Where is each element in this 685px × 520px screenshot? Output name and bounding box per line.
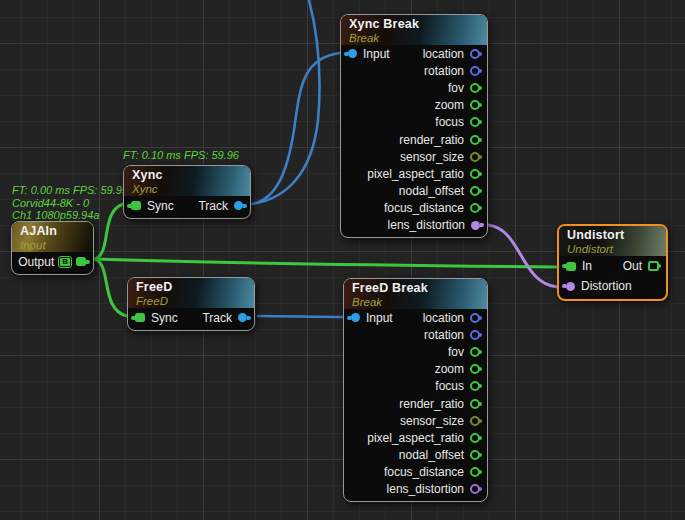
wire-freed-track-to-freedbreak-input[interactable] [258,316,343,317]
out-port-label: Out [623,260,642,272]
port-row: rotation [344,326,487,343]
distortion-port-label: Distortion [581,280,632,292]
output-port-label: zoom [435,363,464,375]
input-port[interactable] [348,49,357,58]
node-title: Xync Break [349,17,479,32]
input-port-label: Input [366,312,393,324]
fov-port[interactable] [470,347,480,357]
output-port-label: pixel_aspect_ratio [367,432,464,444]
sensor_size-port[interactable] [470,416,480,426]
location-port[interactable] [470,49,480,59]
port-row: zoom [344,361,487,378]
port-row: sensor_size [341,148,487,165]
node-subtitle: Undistort [567,243,658,255]
xync-stat-line: FT: 0.10 ms FPS: 59.96 [123,149,239,162]
node-xync[interactable]: Xync Xync Sync Track [123,165,251,219]
node-subtitle: FreeD [136,295,246,307]
port-row: Inputlocation [344,309,487,326]
undistort-distortion-port[interactable] [566,282,575,291]
node-title: Undistort [567,228,658,243]
node-freed[interactable]: FreeD FreeD Sync Track [127,277,255,331]
output-port-label: fov [448,82,464,94]
wire-ajain-output-to-undistort-in[interactable] [95,259,557,267]
node-subtitle: Break [352,296,479,308]
sensor_size-port[interactable] [470,152,480,162]
zoom-port[interactable] [470,100,480,110]
render_ratio-port[interactable] [470,399,480,409]
focus-port[interactable] [470,381,480,391]
focus_distance-port[interactable] [470,203,480,213]
input-port[interactable] [351,313,360,322]
port-row: Inputlocation [341,45,487,62]
wire-xync-track-to-offscreen-top[interactable] [252,0,320,204]
node-subtitle: Xync [132,183,242,195]
output-port-label: zoom [435,99,464,111]
wire-ajain-output-to-freed-sync[interactable] [95,259,127,316]
node-title: Xync [132,168,242,183]
input-port-label: Input [363,48,390,60]
output-port-label: fov [448,346,464,358]
node-freed-header[interactable]: FreeD FreeD [128,278,254,308]
output-port-label: location [423,48,464,60]
output-port-label: render_ratio [399,134,464,146]
output-port-label: lens_distortion [387,483,464,495]
ajain-stat-line: Corvid44-8K - 0 [12,197,128,210]
port-row: pixel_aspect_ratio [344,429,487,446]
output-port-label: focus [435,116,464,128]
port-row: zoom [341,97,487,114]
port-row: focus [341,114,487,131]
wire-xyncbreak-lensdistortion-to-undistort-distortion[interactable] [488,225,557,287]
freed-break-port-rows: Inputlocationrotationfovzoomfocusrender_… [344,309,487,498]
focus_distance-port[interactable] [470,467,480,477]
rotation-port[interactable] [470,66,480,76]
render_ratio-port[interactable] [470,135,480,145]
pixel_aspect_ratio-port[interactable] [470,169,480,179]
node-graph-canvas[interactable]: FT: 0.00 ms FPS: 59.95 Corvid44-8K - 0 C… [0,0,685,520]
ajain-output-port[interactable] [76,257,86,266]
port-row: fov [341,79,487,96]
output-port-label: nodal_offset [399,185,464,197]
lens_distortion-port[interactable] [470,484,480,494]
port-row: rotation [341,62,487,79]
output-port-label: nodal_offset [399,449,464,461]
node-xync-break[interactable]: Xync Break Break Inputlocationrotationfo… [340,14,488,238]
freed-track-port[interactable] [238,313,247,322]
output-port-label: lens_distortion [388,219,465,231]
node-undistort[interactable]: Undistort Undistort In Out Distortion [557,224,668,301]
xync-stats: FT: 0.10 ms FPS: 59.96 [123,149,239,162]
fov-port[interactable] [470,83,480,93]
node-title: AJAIn [20,224,85,239]
undistort-in-port[interactable] [566,262,576,271]
output-port-label: sensor_size [400,151,464,163]
output-port-label: Output [18,256,54,268]
rotation-port[interactable] [470,330,480,340]
output-port-label: focus_distance [384,466,464,478]
port-row: render_ratio [344,395,487,412]
output-port-label: sensor_size [400,415,464,427]
xync-break-port-rows: Inputlocationrotationfovzoomfocusrender_… [341,45,487,234]
port-row: pixel_aspect_ratio [341,165,487,182]
ajain-stat-line: FT: 0.00 ms FPS: 59.95 [12,184,128,197]
output-port-label: focus [435,380,464,392]
node-xync-header[interactable]: Xync Xync [124,166,250,196]
undistort-out-port[interactable] [648,261,659,271]
location-port[interactable] [470,313,480,323]
port-row: sensor_size [344,412,487,429]
pixel_aspect_ratio-port[interactable] [470,433,480,443]
xync-sync-port[interactable] [131,201,141,210]
node-xync-break-header[interactable]: Xync Break Break [341,15,487,45]
node-ajain-header[interactable]: AJAIn Input [12,222,93,252]
focus-port[interactable] [470,117,480,127]
node-undistort-header[interactable]: Undistort Undistort [559,226,666,256]
node-freed-break-header[interactable]: FreeD Break Break [344,279,487,309]
nodal_offset-port[interactable] [470,186,480,196]
node-ajain[interactable]: AJAIn Input Output B [11,221,94,275]
ajain-stats: FT: 0.00 ms FPS: 59.95 Corvid44-8K - 0 C… [12,184,128,222]
lens_distortion-port[interactable] [471,221,480,230]
nodal_offset-port[interactable] [470,450,480,460]
node-freed-break[interactable]: FreeD Break Break Inputlocationrotationf… [343,278,488,502]
output-port-label: location [423,312,464,324]
zoom-port[interactable] [470,364,480,374]
freed-sync-port[interactable] [135,313,145,322]
xync-track-port[interactable] [234,201,243,210]
